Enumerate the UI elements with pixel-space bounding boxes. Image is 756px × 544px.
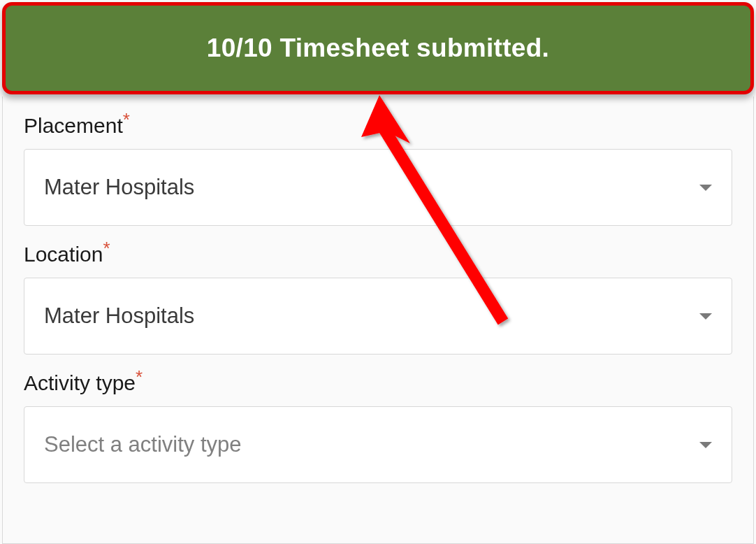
placement-field-group: Placement* Mater Hospitals — [24, 114, 732, 226]
activity-type-label: Activity type — [24, 371, 136, 395]
required-asterisk: * — [136, 366, 143, 387]
placement-label: Placement — [24, 114, 123, 138]
location-field-group: Location* Mater Hospitals — [24, 243, 732, 355]
banner-message: 10/10 Timesheet submitted. — [207, 34, 549, 63]
placement-label-wrapper: Placement* — [24, 114, 732, 149]
required-asterisk: * — [123, 109, 130, 130]
location-value: Mater Hospitals — [44, 303, 194, 329]
placement-dropdown[interactable]: Mater Hospitals — [24, 149, 732, 226]
activity-type-dropdown[interactable]: Select a activity type — [24, 406, 732, 483]
activity-type-placeholder: Select a activity type — [44, 432, 242, 457]
placement-value: Mater Hospitals — [44, 175, 194, 200]
activity-type-field-group: Activity type* Select a activity type — [24, 371, 732, 483]
chevron-down-icon — [699, 313, 712, 320]
location-label: Location — [24, 243, 103, 266]
chevron-down-icon — [699, 442, 712, 448]
chevron-down-icon — [699, 185, 712, 191]
success-banner: 10/10 Timesheet submitted. — [2, 2, 754, 94]
location-label-wrapper: Location* — [24, 243, 732, 278]
required-asterisk: * — [103, 238, 110, 259]
location-dropdown[interactable]: Mater Hospitals — [24, 278, 732, 355]
activity-type-label-wrapper: Activity type* — [24, 371, 732, 406]
timesheet-form: Placement* Mater Hospitals Location* Mat… — [2, 96, 754, 544]
